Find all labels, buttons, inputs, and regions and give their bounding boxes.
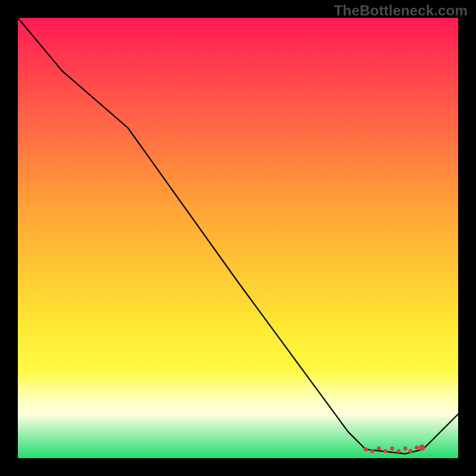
watermark-text: TheBottleneck.com [334, 2, 468, 19]
plot-svg [18, 18, 458, 458]
marker-dot [415, 446, 419, 450]
series-curve [18, 18, 458, 454]
marker-dot [397, 449, 401, 453]
marker-dot [364, 447, 368, 452]
chart-frame: TheBottleneck.com [0, 0, 476, 476]
marker-dot [370, 449, 374, 453]
marker-dot [377, 446, 381, 450]
plot-area [18, 18, 458, 458]
marker-dot [419, 444, 425, 450]
marker-dot [390, 446, 394, 450]
marker-dot [384, 449, 388, 453]
marker-dot [409, 449, 413, 453]
marker-group [364, 444, 425, 453]
marker-dot [403, 446, 408, 450]
